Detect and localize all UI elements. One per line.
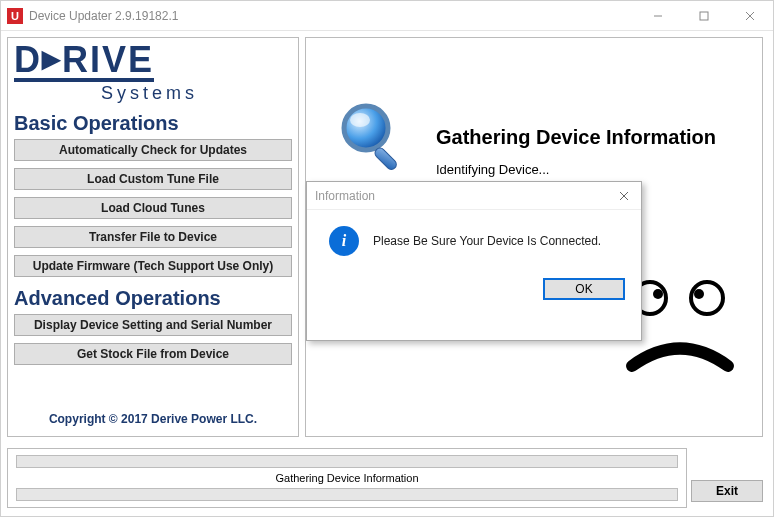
- progress-bar-top: [16, 455, 678, 468]
- information-dialog: Information i Please Be Sure Your Device…: [306, 181, 642, 341]
- exit-button[interactable]: Exit: [691, 480, 763, 502]
- status-subtext: Identifying Device...: [436, 162, 549, 177]
- advanced-operations-heading: Advanced Operations: [14, 287, 292, 310]
- status-heading: Gathering Device Information: [436, 126, 716, 149]
- window-title: Device Updater 2.9.19182.1: [29, 9, 635, 23]
- progress-bar-bottom: [16, 488, 678, 501]
- dialog-message: Please Be Sure Your Device Is Connected.: [373, 234, 601, 248]
- svg-rect-1: [700, 12, 708, 20]
- logo: D▸RIVE Systems: [14, 42, 292, 102]
- svg-point-8: [653, 289, 663, 299]
- dialog-close-button[interactable]: [615, 188, 633, 204]
- svg-rect-6: [373, 146, 398, 171]
- magnifier-icon: [336, 98, 416, 178]
- progress-panel: Gathering Device Information: [7, 448, 687, 508]
- app-icon: U: [7, 8, 23, 24]
- progress-label: Gathering Device Information: [16, 472, 678, 484]
- basic-operations-heading: Basic Operations: [14, 112, 292, 135]
- titlebar: U Device Updater 2.9.19182.1: [1, 1, 773, 31]
- update-firmware-button[interactable]: Update Firmware (Tech Support Use Only): [14, 255, 292, 277]
- display-device-settings-button[interactable]: Display Device Setting and Serial Number: [14, 314, 292, 336]
- dialog-titlebar: Information: [307, 182, 641, 210]
- svg-point-9: [691, 282, 723, 314]
- close-button[interactable]: [727, 1, 773, 30]
- minimize-button[interactable]: [635, 1, 681, 30]
- window-controls: [635, 1, 773, 30]
- svg-point-4: [344, 106, 388, 150]
- copyright-text: Copyright © 2017 Derive Power LLC.: [8, 412, 298, 426]
- load-cloud-tunes-button[interactable]: Load Cloud Tunes: [14, 197, 292, 219]
- ok-button[interactable]: OK: [543, 278, 625, 300]
- svg-point-10: [694, 289, 704, 299]
- operations-panel: D▸RIVE Systems Basic Operations Automati…: [7, 37, 299, 437]
- maximize-button[interactable]: [681, 1, 727, 30]
- transfer-file-button[interactable]: Transfer File to Device: [14, 226, 292, 248]
- dialog-title: Information: [315, 189, 375, 203]
- auto-check-updates-button[interactable]: Automatically Check for Updates: [14, 139, 292, 161]
- load-custom-tune-button[interactable]: Load Custom Tune File: [14, 168, 292, 190]
- svg-point-5: [350, 113, 370, 127]
- info-icon: i: [329, 226, 359, 256]
- get-stock-file-button[interactable]: Get Stock File from Device: [14, 343, 292, 365]
